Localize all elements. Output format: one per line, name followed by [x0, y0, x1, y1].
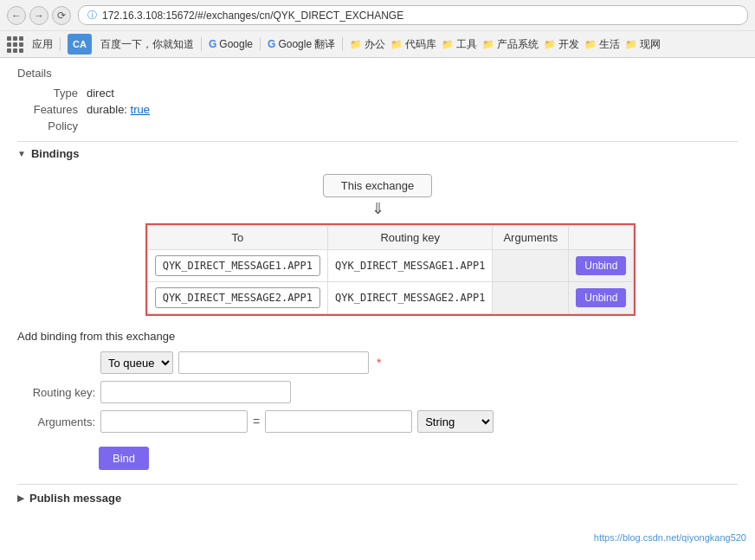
bookmark-label: 生活	[599, 37, 620, 52]
queue-name-2: QYK_DIRECT_MESSAGE2.APP1	[155, 287, 320, 308]
bookmark-office[interactable]: 📁 办公	[350, 37, 385, 52]
folder-icon: 📁	[482, 39, 494, 50]
arguments-key-input[interactable]	[100, 410, 248, 433]
add-binding-section: Add binding from this exchange To queue …	[17, 330, 738, 470]
routing-key-1: QYK_DIRECT_MESSAGE1.APP1	[335, 260, 485, 272]
folder-icon: 📁	[390, 39, 403, 50]
to-queue-input[interactable]	[178, 351, 369, 374]
bindings-table-container: To Routing key Arguments QYK_DIRECT_MESS…	[17, 223, 738, 316]
divider	[342, 37, 343, 51]
arrow-down: ⇓	[371, 201, 384, 216]
apps-icon[interactable]	[7, 36, 23, 53]
nav-buttons: ← → ⟳	[7, 6, 71, 25]
queue-name-1: QYK_DIRECT_MESSAGE1.APP1	[155, 255, 320, 276]
bookmark-label: 应用	[32, 37, 53, 52]
arguments-value-input[interactable]	[265, 410, 412, 433]
equals-sign: =	[253, 415, 260, 428]
to-queue-select[interactable]: To queue	[100, 351, 173, 374]
to-cell-1: QYK_DIRECT_MESSAGE1.APP1	[147, 250, 327, 282]
features-label: Features	[17, 103, 87, 116]
routing-key-form-label: Routing key:	[17, 386, 95, 399]
arguments-form-label: Arguments:	[17, 415, 95, 428]
routing-key-cell-1: QYK_DIRECT_MESSAGE1.APP1	[328, 250, 493, 282]
bookmark-label: 开发	[558, 37, 579, 52]
bookmark-life[interactable]: 📁 生活	[584, 37, 620, 52]
routing-key-cell-2: QYK_DIRECT_MESSAGE2.APP1	[328, 282, 493, 314]
divider	[260, 37, 261, 51]
page-content: Details Type direct Features durable: tr…	[0, 58, 755, 543]
bookmark-apps[interactable]: 应用	[32, 37, 53, 52]
unbind-button-2[interactable]: Unbind	[576, 288, 626, 307]
durable-link[interactable]: true	[131, 103, 150, 116]
arguments-cell-1	[493, 250, 569, 282]
refresh-button[interactable]: ⟳	[52, 6, 71, 25]
add-binding-title: Add binding from this exchange	[17, 330, 738, 343]
bookmark-label: Google	[219, 38, 253, 50]
policy-label: Policy	[17, 119, 87, 132]
unbind-button-1[interactable]: Unbind	[576, 256, 626, 275]
folder-icon: 📁	[442, 39, 454, 50]
bookmark-translate[interactable]: G Google 翻译	[268, 37, 335, 52]
bookmark-label: 工具	[456, 37, 477, 52]
bookmark-dev[interactable]: 📁 开发	[544, 37, 579, 52]
required-star: *	[377, 356, 381, 370]
bookmark-label: 办公	[365, 37, 385, 52]
type-value: direct	[87, 87, 114, 100]
bookmarks-bar: 应用 CA 百度一下，你就知道 G Google G Google 翻译 📁 办…	[0, 30, 755, 57]
google-g: G	[209, 38, 216, 50]
bookmark-label: Google 翻译	[278, 37, 335, 52]
bookmark-baidu[interactable]: 百度一下，你就知道	[100, 37, 194, 52]
lock-icon: ⓘ	[87, 9, 97, 22]
titlebar: ← → ⟳ ⓘ 172.16.3.108:15672/#/exchanges/c…	[0, 0, 755, 30]
routing-key-input[interactable]	[100, 381, 291, 403]
features-text: durable:	[87, 103, 131, 116]
col-routing-key: Routing key	[328, 226, 493, 250]
exchange-box: This exchange	[323, 174, 433, 197]
forward-button[interactable]: →	[29, 6, 48, 25]
bookmark-tools[interactable]: 📁 工具	[442, 37, 477, 52]
action-cell-2: Unbind	[569, 282, 634, 314]
bookmark-label: 产品系统	[497, 37, 539, 52]
details-section-title: Details	[17, 67, 738, 80]
bookmark-code[interactable]: 📁 代码库	[390, 37, 436, 52]
col-action	[569, 226, 634, 250]
bindings-table: To Routing key Arguments QYK_DIRECT_MESS…	[147, 225, 635, 314]
bindings-diagram: This exchange ⇓	[17, 174, 738, 216]
publish-toggle-icon: ▶	[17, 493, 24, 503]
routing-key-2: QYK_DIRECT_MESSAGE2.APP1	[335, 292, 485, 304]
back-button[interactable]: ←	[7, 6, 26, 25]
details-table: Type direct Features durable: true Polic…	[17, 87, 738, 132]
address-bar[interactable]: ⓘ 172.16.3.108:15672/#/exchanges/cn/QYK_…	[78, 5, 748, 25]
bindings-title: Bindings	[31, 147, 80, 160]
bind-button[interactable]: Bind	[99, 447, 149, 470]
bookmark-label: 代码库	[405, 37, 436, 52]
type-label: Type	[17, 87, 87, 100]
toggle-icon: ▼	[17, 149, 26, 158]
ca-badge: CA	[68, 34, 92, 55]
bookmark-label: 现网	[640, 37, 661, 52]
bookmark-product[interactable]: 📁 产品系统	[482, 37, 539, 52]
folder-icon: 📁	[584, 39, 597, 50]
browser-chrome: ← → ⟳ ⓘ 172.16.3.108:15672/#/exchanges/c…	[0, 0, 755, 58]
folder-icon: 📁	[350, 39, 362, 50]
type-row: Type direct	[17, 87, 738, 100]
features-row: Features durable: true	[17, 103, 738, 116]
to-queue-row: To queue *	[17, 351, 738, 374]
divider	[201, 37, 202, 51]
col-to: To	[147, 226, 327, 250]
folder-icon: 📁	[544, 39, 556, 50]
bookmark-network[interactable]: 📁 现网	[625, 37, 661, 52]
features-value: durable: true	[87, 103, 150, 116]
arguments-type-select[interactable]: String Boolean Number List Dictionary	[417, 410, 494, 433]
google-g2: G	[268, 38, 275, 50]
bindings-header[interactable]: ▼ Bindings	[17, 141, 738, 165]
table-row: QYK_DIRECT_MESSAGE2.APP1 QYK_DIRECT_MESS…	[147, 282, 634, 314]
table-row: QYK_DIRECT_MESSAGE1.APP1 QYK_DIRECT_MESS…	[147, 250, 634, 282]
publish-title: Publish message	[29, 492, 121, 505]
col-arguments: Arguments	[493, 226, 569, 250]
divider	[60, 37, 61, 51]
bookmark-google[interactable]: G Google	[209, 38, 253, 50]
folder-icon: 📁	[625, 39, 637, 50]
publish-header[interactable]: ▶ Publish message	[17, 492, 738, 505]
bindings-table-wrapper: To Routing key Arguments QYK_DIRECT_MESS…	[145, 223, 636, 316]
